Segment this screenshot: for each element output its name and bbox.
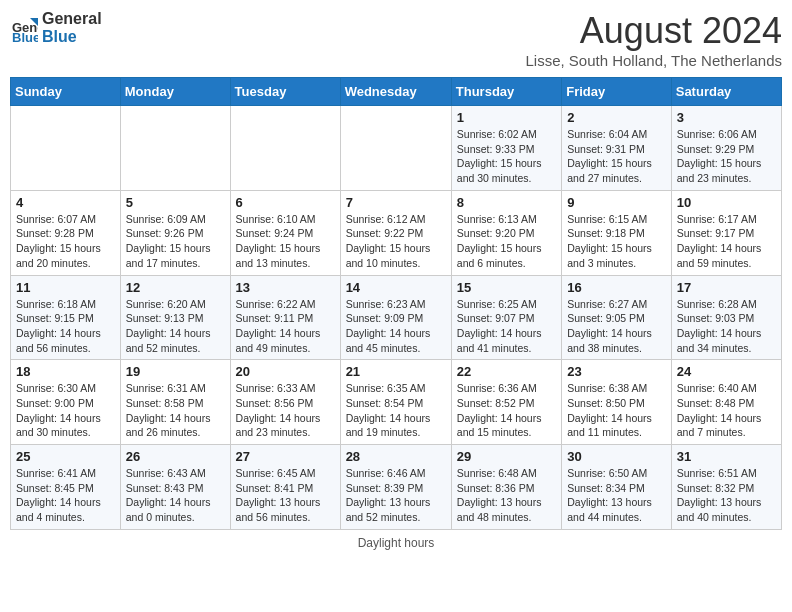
day-number: 20 xyxy=(236,364,335,379)
weekday-header-monday: Monday xyxy=(120,78,230,106)
day-info: Sunrise: 6:46 AM Sunset: 8:39 PM Dayligh… xyxy=(346,466,446,525)
calendar-cell: 8Sunrise: 6:13 AM Sunset: 9:20 PM Daylig… xyxy=(451,190,561,275)
title-block: August 2024 Lisse, South Holland, The Ne… xyxy=(525,10,782,69)
day-info: Sunrise: 6:41 AM Sunset: 8:45 PM Dayligh… xyxy=(16,466,115,525)
logo-blue: Blue xyxy=(42,28,77,45)
logo-general: General xyxy=(42,10,102,27)
weekday-header-friday: Friday xyxy=(562,78,672,106)
week-row-1: 1Sunrise: 6:02 AM Sunset: 9:33 PM Daylig… xyxy=(11,106,782,191)
calendar-cell xyxy=(230,106,340,191)
day-number: 30 xyxy=(567,449,666,464)
calendar-cell: 31Sunrise: 6:51 AM Sunset: 8:32 PM Dayli… xyxy=(671,445,781,530)
day-number: 2 xyxy=(567,110,666,125)
day-info: Sunrise: 6:40 AM Sunset: 8:48 PM Dayligh… xyxy=(677,381,776,440)
page-header: General Blue General Blue August 2024 Li… xyxy=(10,10,782,69)
day-info: Sunrise: 6:27 AM Sunset: 9:05 PM Dayligh… xyxy=(567,297,666,356)
weekday-header-sunday: Sunday xyxy=(11,78,121,106)
day-info: Sunrise: 6:23 AM Sunset: 9:09 PM Dayligh… xyxy=(346,297,446,356)
calendar-cell: 19Sunrise: 6:31 AM Sunset: 8:58 PM Dayli… xyxy=(120,360,230,445)
day-number: 6 xyxy=(236,195,335,210)
calendar-cell: 13Sunrise: 6:22 AM Sunset: 9:11 PM Dayli… xyxy=(230,275,340,360)
day-number: 8 xyxy=(457,195,556,210)
calendar-cell: 21Sunrise: 6:35 AM Sunset: 8:54 PM Dayli… xyxy=(340,360,451,445)
calendar-cell: 17Sunrise: 6:28 AM Sunset: 9:03 PM Dayli… xyxy=(671,275,781,360)
footer-note: Daylight hours xyxy=(10,536,782,550)
calendar-cell: 18Sunrise: 6:30 AM Sunset: 9:00 PM Dayli… xyxy=(11,360,121,445)
calendar-cell: 22Sunrise: 6:36 AM Sunset: 8:52 PM Dayli… xyxy=(451,360,561,445)
day-number: 29 xyxy=(457,449,556,464)
day-number: 3 xyxy=(677,110,776,125)
calendar-cell: 16Sunrise: 6:27 AM Sunset: 9:05 PM Dayli… xyxy=(562,275,672,360)
day-number: 26 xyxy=(126,449,225,464)
calendar-cell: 11Sunrise: 6:18 AM Sunset: 9:15 PM Dayli… xyxy=(11,275,121,360)
day-number: 25 xyxy=(16,449,115,464)
day-info: Sunrise: 6:02 AM Sunset: 9:33 PM Dayligh… xyxy=(457,127,556,186)
calendar-cell: 27Sunrise: 6:45 AM Sunset: 8:41 PM Dayli… xyxy=(230,445,340,530)
day-info: Sunrise: 6:43 AM Sunset: 8:43 PM Dayligh… xyxy=(126,466,225,525)
calendar-cell: 3Sunrise: 6:06 AM Sunset: 9:29 PM Daylig… xyxy=(671,106,781,191)
weekday-header-tuesday: Tuesday xyxy=(230,78,340,106)
calendar-cell: 26Sunrise: 6:43 AM Sunset: 8:43 PM Dayli… xyxy=(120,445,230,530)
day-number: 23 xyxy=(567,364,666,379)
day-number: 1 xyxy=(457,110,556,125)
calendar-cell: 28Sunrise: 6:46 AM Sunset: 8:39 PM Dayli… xyxy=(340,445,451,530)
week-row-2: 4Sunrise: 6:07 AM Sunset: 9:28 PM Daylig… xyxy=(11,190,782,275)
calendar-cell: 14Sunrise: 6:23 AM Sunset: 9:09 PM Dayli… xyxy=(340,275,451,360)
day-info: Sunrise: 6:22 AM Sunset: 9:11 PM Dayligh… xyxy=(236,297,335,356)
day-number: 21 xyxy=(346,364,446,379)
calendar-cell xyxy=(340,106,451,191)
weekday-header-row: SundayMondayTuesdayWednesdayThursdayFrid… xyxy=(11,78,782,106)
calendar-cell: 2Sunrise: 6:04 AM Sunset: 9:31 PM Daylig… xyxy=(562,106,672,191)
day-number: 19 xyxy=(126,364,225,379)
day-info: Sunrise: 6:30 AM Sunset: 9:00 PM Dayligh… xyxy=(16,381,115,440)
weekday-header-saturday: Saturday xyxy=(671,78,781,106)
day-info: Sunrise: 6:04 AM Sunset: 9:31 PM Dayligh… xyxy=(567,127,666,186)
day-number: 17 xyxy=(677,280,776,295)
day-info: Sunrise: 6:35 AM Sunset: 8:54 PM Dayligh… xyxy=(346,381,446,440)
weekday-header-wednesday: Wednesday xyxy=(340,78,451,106)
day-info: Sunrise: 6:12 AM Sunset: 9:22 PM Dayligh… xyxy=(346,212,446,271)
day-number: 15 xyxy=(457,280,556,295)
day-number: 10 xyxy=(677,195,776,210)
logo-icon: General Blue xyxy=(10,14,38,42)
day-number: 11 xyxy=(16,280,115,295)
day-info: Sunrise: 6:17 AM Sunset: 9:17 PM Dayligh… xyxy=(677,212,776,271)
calendar-cell: 7Sunrise: 6:12 AM Sunset: 9:22 PM Daylig… xyxy=(340,190,451,275)
day-info: Sunrise: 6:38 AM Sunset: 8:50 PM Dayligh… xyxy=(567,381,666,440)
day-number: 14 xyxy=(346,280,446,295)
day-number: 22 xyxy=(457,364,556,379)
week-row-5: 25Sunrise: 6:41 AM Sunset: 8:45 PM Dayli… xyxy=(11,445,782,530)
day-info: Sunrise: 6:50 AM Sunset: 8:34 PM Dayligh… xyxy=(567,466,666,525)
day-number: 7 xyxy=(346,195,446,210)
calendar-cell: 12Sunrise: 6:20 AM Sunset: 9:13 PM Dayli… xyxy=(120,275,230,360)
day-info: Sunrise: 6:33 AM Sunset: 8:56 PM Dayligh… xyxy=(236,381,335,440)
day-info: Sunrise: 6:07 AM Sunset: 9:28 PM Dayligh… xyxy=(16,212,115,271)
calendar-cell: 9Sunrise: 6:15 AM Sunset: 9:18 PM Daylig… xyxy=(562,190,672,275)
calendar-cell: 29Sunrise: 6:48 AM Sunset: 8:36 PM Dayli… xyxy=(451,445,561,530)
day-number: 5 xyxy=(126,195,225,210)
day-info: Sunrise: 6:18 AM Sunset: 9:15 PM Dayligh… xyxy=(16,297,115,356)
calendar-cell: 1Sunrise: 6:02 AM Sunset: 9:33 PM Daylig… xyxy=(451,106,561,191)
calendar-cell: 25Sunrise: 6:41 AM Sunset: 8:45 PM Dayli… xyxy=(11,445,121,530)
calendar-cell xyxy=(120,106,230,191)
day-number: 18 xyxy=(16,364,115,379)
daylight-label: Daylight hours xyxy=(358,536,435,550)
calendar-cell: 24Sunrise: 6:40 AM Sunset: 8:48 PM Dayli… xyxy=(671,360,781,445)
day-number: 4 xyxy=(16,195,115,210)
day-info: Sunrise: 6:13 AM Sunset: 9:20 PM Dayligh… xyxy=(457,212,556,271)
calendar-table: SundayMondayTuesdayWednesdayThursdayFrid… xyxy=(10,77,782,530)
calendar-cell: 6Sunrise: 6:10 AM Sunset: 9:24 PM Daylig… xyxy=(230,190,340,275)
calendar-cell: 30Sunrise: 6:50 AM Sunset: 8:34 PM Dayli… xyxy=(562,445,672,530)
calendar-cell: 5Sunrise: 6:09 AM Sunset: 9:26 PM Daylig… xyxy=(120,190,230,275)
week-row-4: 18Sunrise: 6:30 AM Sunset: 9:00 PM Dayli… xyxy=(11,360,782,445)
calendar-cell xyxy=(11,106,121,191)
calendar-cell: 10Sunrise: 6:17 AM Sunset: 9:17 PM Dayli… xyxy=(671,190,781,275)
logo: General Blue General Blue xyxy=(10,10,102,46)
calendar-cell: 4Sunrise: 6:07 AM Sunset: 9:28 PM Daylig… xyxy=(11,190,121,275)
day-number: 9 xyxy=(567,195,666,210)
day-info: Sunrise: 6:31 AM Sunset: 8:58 PM Dayligh… xyxy=(126,381,225,440)
calendar-cell: 23Sunrise: 6:38 AM Sunset: 8:50 PM Dayli… xyxy=(562,360,672,445)
day-info: Sunrise: 6:06 AM Sunset: 9:29 PM Dayligh… xyxy=(677,127,776,186)
day-number: 24 xyxy=(677,364,776,379)
day-info: Sunrise: 6:28 AM Sunset: 9:03 PM Dayligh… xyxy=(677,297,776,356)
